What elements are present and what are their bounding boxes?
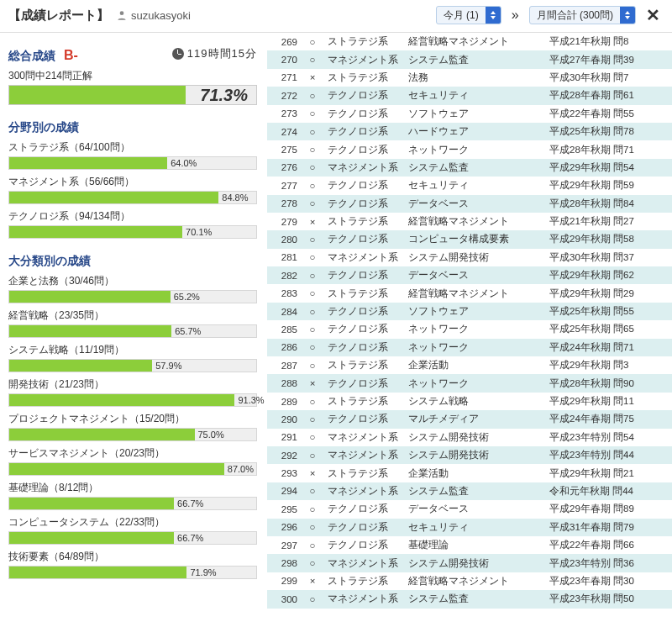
q-source: 平成29年秋期 問62 bbox=[549, 269, 667, 282]
major-pct: 87.0% bbox=[224, 463, 254, 475]
question-row[interactable]: 289○ストラテジ系システム戦略平成29年秋期 問11 bbox=[267, 393, 672, 410]
q-category: テクノロジ系 bbox=[328, 413, 400, 425]
question-row[interactable]: 288×テクノロジ系ネットワーク平成28年秋期 問90 bbox=[267, 374, 672, 392]
question-row[interactable]: 298○マネジメント系システム開発技術平成23年特別 問36 bbox=[267, 554, 672, 572]
chevron-right-icon[interactable]: » bbox=[508, 8, 522, 23]
major-label: 経営戦略（23/35問） bbox=[8, 308, 257, 323]
q-mark: ○ bbox=[306, 432, 319, 442]
field-pct: 70.1% bbox=[182, 226, 212, 238]
q-source: 平成23年特別 問36 bbox=[549, 557, 667, 570]
question-row[interactable]: 291○マネジメント系システム開発技術平成23年特別 問54 bbox=[267, 429, 672, 446]
user[interactable]: suzukasyoki bbox=[116, 9, 191, 22]
q-subcategory: システム監査 bbox=[408, 161, 541, 174]
q-source: 平成21年秋期 問27 bbox=[549, 215, 667, 228]
page-title: 【成績レポート】 bbox=[8, 8, 109, 24]
q-subcategory: データベース bbox=[408, 269, 541, 282]
q-subcategory: セキュリティ bbox=[408, 521, 541, 534]
question-row[interactable]: 286○テクノロジ系ネットワーク平成24年秋期 問71 bbox=[267, 339, 672, 356]
q-number: 292 bbox=[272, 451, 297, 461]
overall-grade: B- bbox=[64, 48, 78, 63]
q-mark: ○ bbox=[306, 342, 319, 352]
q-number: 278 bbox=[272, 198, 297, 208]
q-number: 272 bbox=[272, 91, 297, 101]
question-row[interactable]: 277○テクノロジ系セキュリティ平成29年秋期 問59 bbox=[267, 177, 672, 194]
q-category: テクノロジ系 bbox=[328, 179, 400, 192]
q-subcategory: システム開発技術 bbox=[408, 449, 541, 461]
q-category: マネジメント系 bbox=[328, 557, 400, 570]
q-category: テクノロジ系 bbox=[328, 341, 400, 354]
q-category: ストラテジ系 bbox=[328, 215, 400, 228]
q-source: 平成29年秋期 問11 bbox=[549, 395, 667, 408]
q-category: テクノロジ系 bbox=[328, 521, 400, 534]
question-row[interactable]: 280○テクノロジ系コンピュータ構成要素平成29年秋期 問58 bbox=[267, 230, 672, 248]
overall-pct: 71.3% bbox=[200, 86, 248, 104]
question-row[interactable]: 292○マネジメント系システム開発技術平成23年特別 問44 bbox=[267, 446, 672, 464]
question-row[interactable]: 272○テクノロジ系セキュリティ平成28年春期 問61 bbox=[267, 87, 672, 104]
question-row[interactable]: 293×ストラテジ系企業活動平成29年秋期 問21 bbox=[267, 464, 672, 482]
question-row[interactable]: 281○マネジメント系システム開発技術平成30年秋期 問37 bbox=[267, 249, 672, 266]
close-icon[interactable]: ✕ bbox=[643, 5, 664, 25]
q-source: 平成29年春期 問89 bbox=[549, 503, 667, 515]
q-subcategory: 企業活動 bbox=[408, 467, 541, 480]
question-row[interactable]: 269○ストラテジ系経営戦略マネジメント平成21年秋期 問8 bbox=[267, 33, 672, 50]
question-row[interactable]: 295○テクノロジ系データベース平成29年春期 問89 bbox=[267, 500, 672, 518]
question-row[interactable]: 290○テクノロジ系マルチメディア平成24年春期 問75 bbox=[267, 410, 672, 428]
q-subcategory: システム開発技術 bbox=[408, 431, 541, 444]
user-icon bbox=[116, 9, 128, 21]
q-category: マネジメント系 bbox=[328, 54, 400, 66]
q-category: ストラテジ系 bbox=[328, 575, 400, 588]
field-row: テクノロジ系（94/134問）70.1% bbox=[8, 209, 257, 239]
question-row[interactable]: 273○テクノロジ系ソフトウェア平成22年春期 問55 bbox=[267, 105, 672, 123]
question-row[interactable]: 271×ストラテジ系法務平成30年秋期 問7 bbox=[267, 69, 672, 87]
q-number: 281 bbox=[272, 252, 297, 262]
major-bar: 91.3% bbox=[8, 393, 257, 407]
q-category: テクノロジ系 bbox=[328, 125, 400, 138]
period-select-value: 今月 (1) bbox=[437, 8, 486, 23]
q-source: 平成29年秋期 問54 bbox=[549, 161, 667, 174]
q-mark: × bbox=[306, 378, 319, 388]
question-row[interactable]: 278○テクノロジ系データベース平成28年秋期 問84 bbox=[267, 195, 672, 213]
q-number: 286 bbox=[272, 342, 297, 352]
question-row[interactable]: 287○ストラテジ系企業活動平成29年秋期 問3 bbox=[267, 356, 672, 374]
q-source: 平成25年秋期 問55 bbox=[549, 305, 667, 318]
q-category: テクノロジ系 bbox=[328, 198, 400, 210]
question-row[interactable]: 299×ストラテジ系経営戦略マネジメント平成23年春期 問30 bbox=[267, 572, 672, 590]
question-row[interactable]: 282○テクノロジ系データベース平成29年秋期 問62 bbox=[267, 266, 672, 284]
q-number: 287 bbox=[272, 361, 297, 371]
q-mark: ○ bbox=[306, 451, 319, 461]
byfield-title: 分野別の成績 bbox=[8, 120, 257, 135]
question-row[interactable]: 285○テクノロジ系ネットワーク平成25年秋期 問65 bbox=[267, 320, 672, 338]
q-subcategory: ネットワーク bbox=[408, 377, 541, 390]
q-source: 平成29年秋期 問59 bbox=[549, 179, 667, 192]
question-row[interactable]: 274○テクノロジ系ハードウェア平成25年秋期 問78 bbox=[267, 123, 672, 140]
question-row[interactable]: 270○マネジメント系システム監査平成27年春期 問39 bbox=[267, 50, 672, 68]
question-row[interactable]: 279×ストラテジ系経営戦略マネジメント平成21年秋期 問27 bbox=[267, 213, 672, 230]
period-select[interactable]: 今月 (1) bbox=[436, 6, 501, 24]
q-subcategory: ネットワーク bbox=[408, 341, 541, 354]
q-subcategory: ソフトウェア bbox=[408, 108, 541, 120]
q-source: 平成23年春期 問30 bbox=[549, 575, 667, 588]
q-mark: ○ bbox=[306, 198, 319, 208]
question-row[interactable]: 275○テクノロジ系ネットワーク平成28年秋期 問71 bbox=[267, 140, 672, 158]
question-row[interactable]: 276○マネジメント系システム監査平成29年秋期 問54 bbox=[267, 159, 672, 177]
question-row[interactable]: 294○マネジメント系システム監査令和元年秋期 問44 bbox=[267, 482, 672, 500]
question-row[interactable]: 296○テクノロジ系セキュリティ平成31年春期 問79 bbox=[267, 519, 672, 536]
question-row[interactable]: 284○テクノロジ系ソフトウェア平成25年秋期 問55 bbox=[267, 303, 672, 320]
q-category: テクノロジ系 bbox=[328, 539, 400, 551]
field-label: マネジメント系（56/66問） bbox=[8, 175, 257, 189]
q-mark: ○ bbox=[306, 504, 319, 514]
q-mark: ○ bbox=[306, 235, 319, 245]
overall-summary: 300問中214問正解 bbox=[8, 69, 257, 83]
question-row[interactable]: 297○テクノロジ系基礎理論平成22年春期 問66 bbox=[267, 536, 672, 554]
q-number: 289 bbox=[272, 397, 297, 407]
q-subcategory: データベース bbox=[408, 503, 541, 515]
major-bar: 87.0% bbox=[8, 462, 257, 476]
question-row[interactable]: 283○ストラテジ系経営戦略マネジメント平成29年秋期 問29 bbox=[267, 284, 672, 302]
q-mark: ○ bbox=[306, 361, 319, 371]
q-source: 平成24年春期 問75 bbox=[549, 413, 667, 425]
aggregate-select[interactable]: 月間合計 (300問) bbox=[529, 6, 636, 24]
q-category: マネジメント系 bbox=[328, 593, 400, 605]
q-mark: ○ bbox=[306, 162, 319, 172]
question-row[interactable]: 300○マネジメント系システム監査平成23年秋期 問50 bbox=[267, 590, 672, 608]
q-source: 平成29年秋期 問58 bbox=[549, 233, 667, 245]
